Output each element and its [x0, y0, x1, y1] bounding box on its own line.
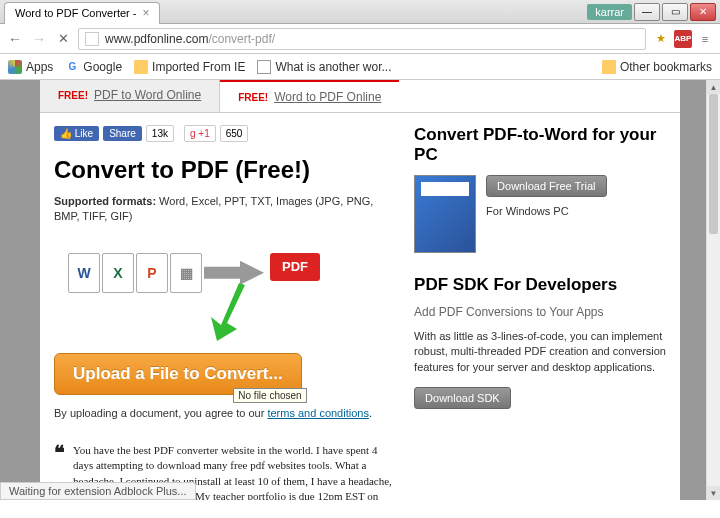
window-titlebar: Word to PDF Converter - × karrar — ▭ ✕ — [0, 0, 720, 24]
hero-graphic: W X P ▦ PDF — [54, 239, 394, 349]
browser-toolbar: ← → ✕ www.pdfonline.com/convert-pdf/ ★ A… — [0, 24, 720, 54]
download-trial-button[interactable]: Download Free Trial — [486, 175, 606, 197]
folder-icon — [134, 60, 148, 74]
bookmark-google[interactable]: G Google — [65, 60, 122, 74]
image-icon: ▦ — [170, 253, 202, 293]
stop-reload-button[interactable]: ✕ — [54, 30, 72, 48]
pdf-badge: PDF — [270, 253, 320, 281]
page-tabs: FREE! PDF to Word Online FREE! Word to P… — [40, 80, 680, 113]
terms-link[interactable]: terms and conditions — [267, 407, 369, 419]
url-path: /convert-pdf/ — [208, 32, 275, 46]
product-boxart — [414, 175, 476, 253]
sdk-description: With as little as 3-lines-of-code, you c… — [414, 329, 666, 375]
page-icon — [257, 60, 271, 74]
gplus-button[interactable]: g +1 — [184, 125, 216, 142]
bookmark-star-icon[interactable]: ★ — [652, 30, 670, 48]
arrow-icon — [204, 261, 264, 285]
menu-icon[interactable]: ≡ — [696, 30, 714, 48]
sdk-subtitle: Add PDF Conversions to Your Apps — [414, 305, 666, 319]
maximize-button[interactable]: ▭ — [662, 3, 688, 21]
social-buttons: 👍 Like Share 13k g +1 650 — [54, 125, 394, 142]
sidebar-heading-sdk: PDF SDK For Developers — [414, 275, 666, 295]
vertical-scrollbar[interactable]: ▲ ▼ — [706, 80, 720, 500]
apps-icon — [8, 60, 22, 74]
fb-share-button[interactable]: Share — [103, 126, 142, 141]
sidebar-heading-pdfword: Convert PDF-to-Word for your PC — [414, 125, 666, 165]
page-heading: Convert to PDF (Free!) — [54, 156, 394, 184]
fb-like-button[interactable]: 👍 Like — [54, 126, 99, 141]
scroll-up-icon[interactable]: ▲ — [707, 80, 720, 94]
url-domain: www.pdfonline.com — [105, 32, 208, 46]
forward-button[interactable]: → — [30, 30, 48, 48]
page-favicon-icon — [85, 32, 99, 46]
ppt-icon: P — [136, 253, 168, 293]
windows-note: For Windows PC — [486, 205, 606, 217]
bookmarks-bar: Apps G Google Imported From IE What is a… — [0, 54, 720, 80]
folder-icon — [602, 60, 616, 74]
upload-file-button[interactable]: Upload a File to Convert... No file chos… — [54, 353, 302, 395]
abp-icon[interactable]: ABP — [674, 30, 692, 48]
tab-pdf-to-word[interactable]: FREE! PDF to Word Online — [40, 80, 220, 112]
gplus-count: 650 — [220, 125, 249, 142]
apps-shortcut[interactable]: Apps — [8, 60, 53, 74]
file-chosen-label: No file chosen — [233, 388, 306, 403]
google-icon: G — [65, 60, 79, 74]
word-icon: W — [68, 253, 100, 293]
minimize-button[interactable]: — — [634, 3, 660, 21]
scroll-down-icon[interactable]: ▼ — [707, 486, 720, 500]
tab-title: Word to PDF Converter - — [15, 7, 136, 19]
browser-tab[interactable]: Word to PDF Converter - × — [4, 2, 160, 24]
close-tab-icon[interactable]: × — [142, 6, 149, 20]
tab-word-to-pdf[interactable]: FREE! Word to PDF Online — [220, 80, 399, 112]
scroll-thumb[interactable] — [709, 94, 718, 234]
close-window-button[interactable]: ✕ — [690, 3, 716, 21]
status-bar: Waiting for extension Adblock Plus... — [0, 482, 196, 500]
bookmark-imported[interactable]: Imported From IE — [134, 60, 245, 74]
terms-line: By uploading a document, you agree to ou… — [54, 407, 394, 419]
excel-icon: X — [102, 253, 134, 293]
other-bookmarks[interactable]: Other bookmarks — [602, 60, 712, 74]
bookmark-whatis[interactable]: What is another wor... — [257, 60, 391, 74]
green-arrow-annotation — [209, 283, 249, 343]
fb-count: 13k — [146, 125, 174, 142]
back-button[interactable]: ← — [6, 30, 24, 48]
page-viewport: FREE! PDF to Word Online FREE! Word to P… — [0, 80, 720, 500]
address-bar[interactable]: www.pdfonline.com/convert-pdf/ — [78, 28, 646, 50]
user-badge: karrar — [587, 4, 632, 20]
download-sdk-button[interactable]: Download SDK — [414, 387, 511, 409]
page-content: FREE! PDF to Word Online FREE! Word to P… — [40, 80, 680, 500]
supported-formats: Supported formats: Word, Excel, PPT, TXT… — [54, 194, 394, 225]
